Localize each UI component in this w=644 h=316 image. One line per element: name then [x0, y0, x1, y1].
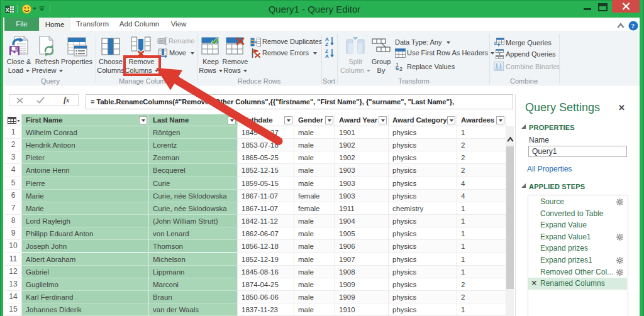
svg-text:?: ?: [631, 22, 635, 30]
svg-text:A: A: [325, 53, 329, 58]
svg-text:Z: Z: [325, 41, 328, 46]
svg-text:X: X: [6, 7, 9, 13]
